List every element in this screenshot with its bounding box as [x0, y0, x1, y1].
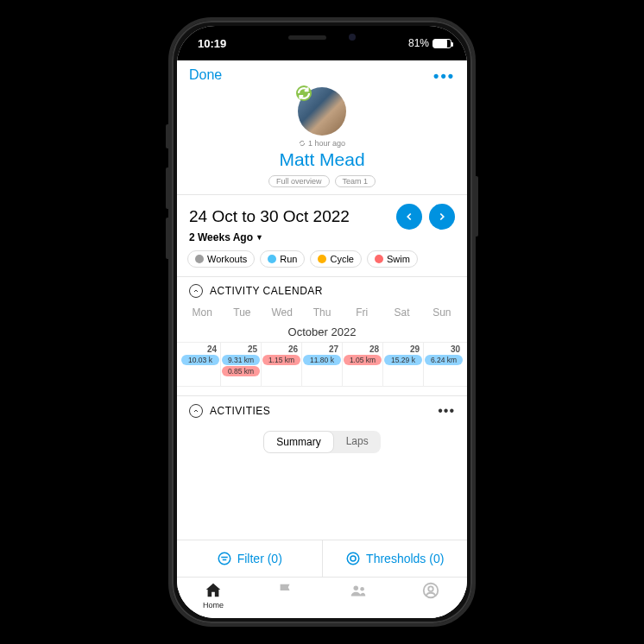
weekday-label: Sun — [422, 306, 462, 319]
team-pill[interactable]: Team 1 — [335, 175, 376, 187]
calendar-date-number: 30 — [425, 344, 463, 354]
calendar-day[interactable]: 2915.29 k — [383, 343, 424, 386]
last-sync-label: 1 hour ago — [308, 139, 345, 148]
collapse-activities-button[interactable] — [189, 404, 203, 418]
people-icon — [349, 581, 368, 600]
flag-icon — [276, 581, 295, 600]
calendar-date-number: 27 — [303, 344, 341, 354]
svg-point-3 — [354, 586, 359, 591]
more-actions-button[interactable]: ••• — [433, 67, 455, 85]
next-week-button[interactable] — [429, 204, 455, 230]
activity-pill[interactable]: 1.15 km — [262, 355, 300, 365]
collapse-calendar-button[interactable] — [189, 284, 203, 298]
weekday-label: Mon — [182, 306, 222, 319]
activity-pill[interactable]: 11.80 k — [303, 355, 341, 365]
home-icon — [204, 581, 223, 600]
weekday-label: Fri — [342, 306, 382, 319]
swim-dot-icon — [375, 255, 383, 263]
battery-percent: 81% — [408, 37, 429, 49]
calendar-date-number: 26 — [262, 344, 300, 354]
chip-cycle[interactable]: Cycle — [310, 250, 362, 268]
activity-pill[interactable]: 10.03 k — [181, 355, 219, 365]
cycle-dot-icon — [318, 255, 326, 263]
chevron-right-icon — [436, 211, 448, 223]
activity-pill[interactable]: 1.05 km — [344, 355, 382, 365]
workouts-dot-icon — [195, 255, 204, 263]
weekday-label: Tue — [222, 306, 262, 319]
svg-point-1 — [347, 552, 359, 565]
caret-down-icon: ▼ — [256, 233, 263, 242]
calendar-date-number: 25 — [222, 344, 260, 354]
weekday-label: Sat — [382, 306, 421, 319]
weeks-ago-dropdown[interactable]: 2 Weeks Ago▼ — [177, 231, 467, 250]
chip-workouts[interactable]: Workouts — [187, 250, 255, 268]
svg-point-4 — [360, 587, 364, 591]
calendar-section-title: ACTIVITY CALENDAR — [210, 285, 323, 297]
activity-pill[interactable]: 15.29 k — [384, 355, 422, 365]
month-label: October 2022 — [177, 320, 467, 342]
calendar-day[interactable]: 306.24 km — [424, 343, 464, 386]
activities-more-button[interactable]: ••• — [438, 403, 455, 419]
activities-section-title: ACTIVITIES — [210, 405, 270, 417]
overview-pill[interactable]: Full overview — [268, 175, 330, 187]
calendar-week-grid: 2410.03 k259.31 km0.85 km261.15 km2711.8… — [177, 342, 467, 387]
thresholds-button[interactable]: Thresholds (0) — [323, 540, 468, 577]
profile-icon — [421, 581, 440, 600]
chip-run[interactable]: Run — [260, 250, 305, 268]
svg-point-2 — [350, 556, 356, 561]
battery-icon — [432, 39, 451, 48]
filter-button[interactable]: Filter (0) — [177, 540, 323, 577]
tab-home[interactable]: Home — [177, 581, 249, 609]
profile-name[interactable]: Matt Mead — [279, 149, 364, 170]
chevron-up-icon — [193, 407, 199, 414]
activity-pill[interactable]: 0.85 km — [222, 366, 260, 376]
svg-point-6 — [428, 586, 433, 591]
weekday-label: Thu — [302, 306, 342, 319]
run-dot-icon — [268, 255, 276, 263]
calendar-day[interactable]: 261.15 km — [262, 343, 302, 386]
chevron-left-icon — [403, 211, 415, 223]
calendar-day[interactable]: 2711.80 k — [302, 343, 343, 386]
chevron-up-icon — [193, 287, 199, 294]
calendar-date-number: 24 — [181, 344, 219, 354]
tab-team[interactable] — [322, 581, 395, 609]
tab-summary[interactable]: Summary — [263, 431, 333, 453]
weekday-label: Wed — [262, 306, 302, 319]
calendar-day[interactable]: 2410.03 k — [180, 343, 221, 386]
weekday-header: MonTueWedThuFriSatSun — [177, 305, 467, 320]
activity-pill[interactable]: 6.24 km — [425, 355, 463, 365]
filter-icon — [217, 551, 232, 566]
activity-pill[interactable]: 9.31 km — [222, 355, 260, 365]
chip-swim[interactable]: Swim — [367, 250, 418, 268]
target-icon — [345, 551, 361, 566]
tab-laps[interactable]: Laps — [334, 431, 381, 453]
prev-week-button[interactable] — [396, 204, 422, 230]
calendar-day[interactable]: 259.31 km0.85 km — [221, 343, 262, 386]
calendar-date-number: 28 — [344, 344, 382, 354]
tab-races[interactable] — [249, 581, 322, 609]
svg-point-0 — [218, 552, 230, 565]
tab-profile[interactable] — [395, 581, 467, 609]
date-range-label: 24 Oct to 30 Oct 2022 — [189, 207, 389, 226]
done-button[interactable]: Done — [189, 67, 222, 83]
sync-badge-icon — [296, 85, 312, 101]
calendar-date-number: 29 — [384, 344, 422, 354]
refresh-icon — [299, 140, 306, 147]
calendar-day[interactable]: 281.05 km — [343, 343, 383, 386]
